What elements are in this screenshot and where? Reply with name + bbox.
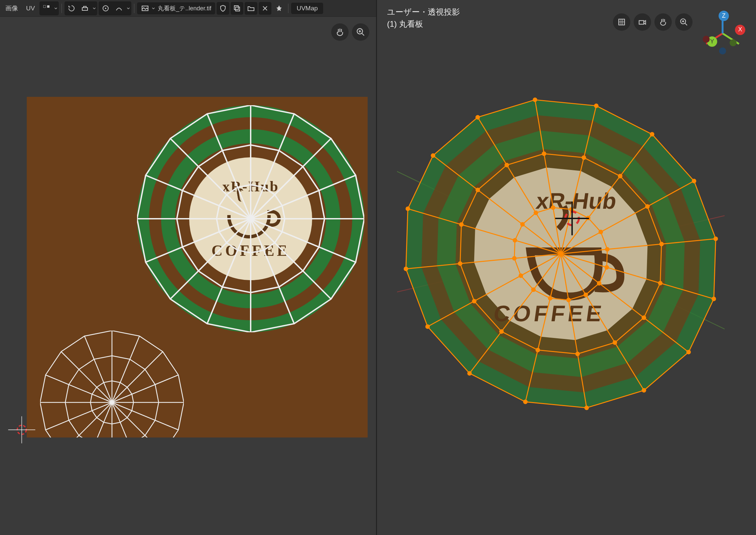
svg-line-38: [61, 402, 112, 437]
svg-point-147: [520, 222, 525, 226]
svg-point-133: [542, 152, 546, 156]
snap-group: [99, 1, 131, 15]
svg-point-148: [534, 211, 538, 215]
chevron-down-icon[interactable]: [92, 4, 97, 12]
select-mode-icon[interactable]: [40, 2, 53, 15]
svg-point-169: [558, 251, 563, 256]
svg-line-33: [112, 402, 178, 430]
svg-point-136: [645, 204, 649, 209]
snap-curve-icon[interactable]: [113, 2, 125, 15]
camera-grid-icon[interactable]: [613, 13, 630, 31]
coffee-cup-icon: [221, 198, 281, 238]
svg-point-113: [404, 266, 408, 271]
3d-mesh-disc: xR-Hub COFFEE: [397, 77, 725, 431]
svg-point-106: [712, 297, 716, 301]
uvmap-selector[interactable]: UVMap: [291, 3, 323, 14]
svg-text:Z: Z: [722, 12, 726, 19]
pan-icon[interactable]: [331, 23, 349, 41]
3d-viewport[interactable]: ユーザー・透視投影 (1) 丸看板 X Y Z: [377, 0, 756, 535]
copy-icon[interactable]: [231, 2, 243, 15]
rotate-icon[interactable]: [65, 2, 78, 15]
orientation-gizmo[interactable]: X Y Z: [699, 10, 746, 57]
transform-tools-group: [65, 1, 97, 15]
svg-point-120: [692, 179, 696, 183]
svg-line-29: [112, 336, 139, 402]
svg-point-135: [618, 174, 622, 178]
svg-point-74: [719, 47, 726, 54]
pin-icon[interactable]: [273, 2, 285, 15]
svg-line-30: [112, 352, 163, 402]
image-filename: 丸看板_テ..lender.tif: [158, 4, 211, 12]
svg-line-41: [45, 375, 112, 402]
svg-point-144: [519, 274, 523, 278]
zoom-icon[interactable]: [675, 13, 692, 31]
svg-point-110: [523, 400, 527, 404]
svg-point-146: [513, 238, 517, 242]
svg-point-4: [105, 8, 106, 9]
svg-point-137: [659, 242, 663, 246]
chevron-down-icon[interactable]: [126, 4, 131, 12]
svg-point-126: [535, 348, 540, 352]
image-datablock[interactable]: 丸看板_テ..lender.tif: [137, 2, 215, 14]
camera-view-icon[interactable]: [634, 13, 651, 31]
svg-point-127: [499, 329, 504, 334]
menu-image[interactable]: 画像: [2, 3, 21, 14]
svg-rect-2: [82, 8, 88, 10]
svg-line-31: [112, 375, 178, 402]
menu-uv[interactable]: UV: [23, 3, 38, 13]
pan-icon[interactable]: [654, 13, 672, 31]
svg-line-35: [112, 402, 139, 437]
uv-editor-header: 画像 UV 丸看板_テ..lender.tif: [0, 0, 376, 17]
svg-point-140: [584, 293, 588, 297]
separator: [288, 4, 288, 13]
zoom-icon[interactable]: [352, 23, 369, 41]
svg-point-128: [472, 299, 476, 303]
viewport-nav-tools: [613, 13, 692, 31]
svg-rect-63: [619, 19, 624, 25]
separator: [61, 4, 62, 13]
texture-image: xR-Hub COFFEE: [27, 97, 368, 437]
svg-rect-7: [234, 6, 238, 10]
svg-marker-45: [65, 356, 159, 437]
selection-mode-group: [39, 1, 59, 15]
svg-point-132: [505, 163, 509, 167]
svg-point-139: [597, 281, 601, 286]
uv-workspace[interactable]: xR-Hub COFFEE: [0, 17, 376, 535]
svg-point-107: [686, 350, 691, 354]
logo-text-top: xR-Hub: [222, 178, 279, 195]
svg-point-138: [605, 265, 609, 270]
scale-icon[interactable]: [79, 2, 91, 15]
svg-marker-44: [40, 331, 184, 437]
close-icon[interactable]: [259, 2, 271, 15]
coffee-logo-big: xR-Hub COFFEE: [137, 105, 364, 332]
viewport-overlay-text: ユーザー・透視投影 (1) 丸看板: [387, 6, 460, 30]
svg-point-118: [594, 104, 598, 108]
svg-point-73: [730, 39, 737, 46]
chevron-down-icon[interactable]: [53, 4, 58, 12]
3d-viewport-panel: ッシュ 頂点 辺 面 UV グロー..: [377, 0, 756, 535]
svg-point-116: [476, 115, 480, 119]
svg-point-121: [714, 236, 718, 241]
svg-point-142: [548, 296, 552, 300]
svg-line-42: [61, 352, 112, 402]
uv-floating-tools: [331, 23, 369, 41]
svg-point-129: [458, 261, 462, 266]
svg-point-152: [599, 230, 603, 234]
svg-text:COFFEE: COFFEE: [492, 301, 606, 326]
svg-line-43: [85, 336, 112, 402]
svg-point-72: [703, 36, 710, 43]
svg-line-34: [112, 402, 163, 437]
svg-rect-1: [47, 5, 49, 8]
separator: [134, 4, 134, 13]
folder-open-icon[interactable]: [245, 2, 257, 15]
svg-point-112: [425, 324, 430, 329]
svg-point-124: [613, 340, 617, 345]
svg-point-122: [658, 281, 662, 285]
projection-label: ユーザー・透視投影: [387, 6, 460, 18]
image-icon: [141, 4, 149, 12]
svg-point-111: [467, 371, 472, 375]
svg-point-131: [476, 188, 480, 192]
shield-icon[interactable]: [217, 2, 229, 15]
snap-target-icon[interactable]: [99, 2, 112, 15]
svg-point-130: [459, 222, 464, 227]
